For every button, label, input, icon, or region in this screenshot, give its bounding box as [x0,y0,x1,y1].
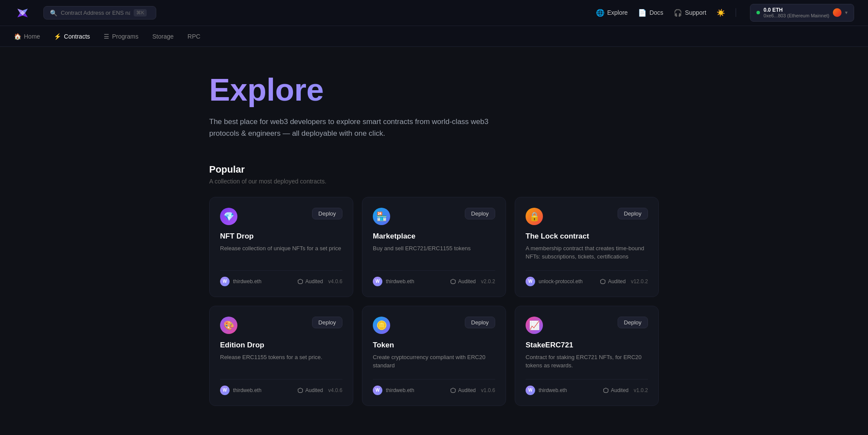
card-footer: W thirdweb.eth Audited v1.0.6 [373,379,495,395]
top-navigation: 🔍 ⌘K 🌐 Explore 📄 Docs 🎧 Support ☀️ 0.0 E… [0,0,868,26]
contract-description: A membership contract that creates time-… [526,244,648,262]
logo[interactable] [14,7,31,19]
contract-logo: 🏪 [373,208,390,225]
author-name: thirdweb.eth [386,387,414,393]
card-lock-contract[interactable]: 🔒 Deploy The Lock contract A membership … [515,197,659,297]
support-icon: 🎧 [674,9,682,17]
contract-author: W thirdweb.eth [373,386,414,395]
author-avatar: W [220,386,230,395]
contract-meta: Audited v12.0.2 [600,278,648,285]
audited-badge: Audited [297,278,323,285]
globe-icon: 🌐 [596,9,605,17]
deploy-button[interactable]: Deploy [465,208,495,219]
card-nft-drop[interactable]: 💎 Deploy NFT Drop Release collection of … [209,197,353,297]
wallet-button[interactable]: 0.0 ETH 0xe6...803 (Ethereum Mainnet) ▾ [750,4,854,22]
contract-version: v2.0.2 [481,278,495,285]
docs-icon: 📄 [638,9,647,17]
theme-toggle[interactable]: ☀️ [717,9,725,17]
card-edition-drop[interactable]: 🎨 Deploy Edition Drop Release ERC1155 to… [209,306,353,406]
hero-title: Explore [209,73,659,107]
contract-name: The Lock contract [526,232,648,241]
wallet-indicator [756,11,760,14]
audited-label: Audited [611,387,629,393]
contract-meta: Audited v2.0.2 [450,278,495,285]
contract-author: W unlock-protocol.eth [526,277,582,286]
programs-icon: ☰ [104,33,109,40]
deploy-button[interactable]: Deploy [312,208,342,219]
contract-version: v1.0.2 [634,387,648,393]
contract-author: W thirdweb.eth [220,386,261,395]
shield-icon [603,387,609,393]
shield-icon [450,278,456,285]
audited-label: Audited [306,387,323,393]
deploy-button[interactable]: Deploy [618,317,648,328]
contract-logo: 💎 [220,208,237,225]
contract-name: Marketplace [373,232,495,241]
deploy-button[interactable]: Deploy [312,317,342,328]
contract-name: Token [373,341,495,350]
nav-support[interactable]: 🎧 Support [674,9,706,17]
audited-badge: Audited [450,387,476,393]
shield-icon [450,387,456,393]
card-footer: W thirdweb.eth Audited v4.0.6 [220,379,342,395]
card-header: 📈 Deploy [526,317,648,334]
author-name: thirdweb.eth [539,387,567,393]
wallet-balance: 0.0 ETH [763,7,829,13]
shield-icon [297,278,303,285]
sec-nav-rpc[interactable]: RPC [187,31,201,42]
sec-nav-programs[interactable]: ☰ Programs [104,31,138,42]
shield-icon [600,278,606,285]
sec-nav-storage[interactable]: Storage [152,31,174,42]
card-header: 🎨 Deploy [220,317,342,334]
audited-label: Audited [608,278,626,285]
author-name: thirdweb.eth [386,278,414,285]
wallet-avatar [833,8,842,17]
search-shortcut: ⌘K [134,9,147,16]
author-name: thirdweb.eth [233,278,261,285]
audited-label: Audited [306,278,323,285]
contract-description: Buy and sell ERC721/ERC1155 tokens [373,244,495,262]
contract-name: Edition Drop [220,341,342,350]
author-name: thirdweb.eth [233,387,261,393]
nav-links: 🌐 Explore 📄 Docs 🎧 Support ☀️ 0.0 ETH 0x… [596,4,854,22]
audited-badge: Audited [297,387,323,393]
contract-description: Contract for staking ERC721 NFTs, for ER… [526,353,648,370]
card-token[interactable]: 🪙 Deploy Token Create cryptocurrency com… [362,306,506,406]
contract-logo: 🪙 [373,317,390,334]
contracts-icon: ⚡ [54,33,61,40]
contract-description: Release collection of unique NFTs for a … [220,244,342,262]
sec-nav-contracts[interactable]: ⚡ Contracts [54,31,90,42]
nav-explore[interactable]: 🌐 Explore [596,9,628,17]
search-bar[interactable]: 🔍 ⌘K [43,6,156,20]
card-footer: W thirdweb.eth Audited v2.0.2 [373,270,495,286]
contracts-grid: 💎 Deploy NFT Drop Release collection of … [209,197,659,406]
secondary-navigation: 🏠 Home ⚡ Contracts ☰ Programs Storage RP… [0,26,868,47]
deploy-button[interactable]: Deploy [618,208,648,219]
author-avatar: W [373,386,382,395]
nav-divider [736,8,736,17]
audited-badge: Audited [600,278,626,285]
search-input[interactable] [61,10,130,16]
contract-meta: Audited v4.0.6 [297,278,342,285]
hero-subtitle: The best place for web3 developers to ex… [209,116,513,139]
audited-badge: Audited [450,278,476,285]
card-stakeerc721[interactable]: 📈 Deploy StakeERC721 Contract for stakin… [515,306,659,406]
card-marketplace[interactable]: 🏪 Deploy Marketplace Buy and sell ERC721… [362,197,506,297]
contract-meta: Audited v1.0.6 [450,387,495,393]
card-footer: W unlock-protocol.eth Audited v12.0.2 [526,270,648,286]
contract-name: StakeERC721 [526,341,648,350]
sec-nav-home[interactable]: 🏠 Home [14,31,40,42]
card-header: 🏪 Deploy [373,208,495,225]
audited-badge: Audited [603,387,629,393]
card-header: 💎 Deploy [220,208,342,225]
chevron-down-icon: ▾ [845,10,848,16]
contract-author: W thirdweb.eth [526,386,567,395]
contract-logo: 🔒 [526,208,543,225]
contract-description: Create cryptocurrency compliant with ERC… [373,353,495,370]
section-title: Popular [209,164,659,175]
deploy-button[interactable]: Deploy [465,317,495,328]
nav-docs[interactable]: 📄 Docs [638,9,663,17]
audited-label: Audited [458,387,476,393]
contract-logo: 🎨 [220,317,237,334]
contract-meta: Audited v1.0.2 [603,387,648,393]
